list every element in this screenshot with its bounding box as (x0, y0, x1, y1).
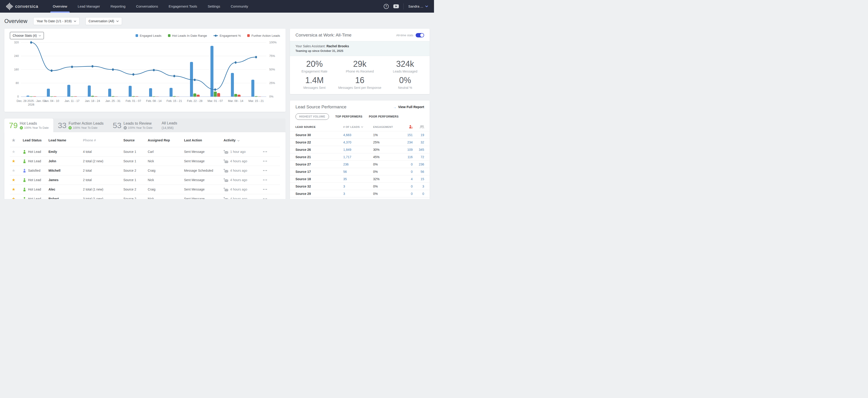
legend-item-engaged-leads[interactable]: Engaged Leads (135, 34, 161, 37)
sent-message-icon (223, 150, 228, 154)
source-hot-count[interactable]: 4 (401, 177, 413, 181)
col-num-of-leads[interactable]: # OF LEADS (343, 126, 373, 128)
source-hot-count[interactable]: 151 (401, 133, 413, 137)
svg-text:Jan. 11 - 17: Jan. 11 - 17 (65, 99, 80, 103)
source-lead-count[interactable]: 3 (343, 185, 373, 188)
source-risk-count[interactable]: 0 (413, 192, 424, 196)
legend-item-engagement[interactable]: Engagement % (213, 34, 241, 37)
source-risk-count[interactable]: 15 (413, 177, 424, 181)
choose-stats-button[interactable]: Choose Stats (4) (10, 32, 44, 39)
source-risk-count[interactable]: 345 (413, 148, 424, 152)
source-hot-count[interactable]: 234 (401, 140, 413, 144)
view-full-report-link[interactable]: → View Full Report (393, 105, 424, 109)
lead-status: Hot Lead (28, 178, 41, 182)
all-time-stats-toggle[interactable] (415, 33, 424, 37)
nav-item-reporting[interactable]: Reporting (105, 0, 131, 12)
assistant-name: Rachel Brooks (327, 44, 349, 48)
source-lead-count[interactable]: 4,370 (343, 140, 373, 144)
row-menu-button[interactable] (263, 161, 278, 162)
row-menu-button[interactable] (263, 198, 278, 199)
nav-item-community[interactable]: Community (225, 0, 253, 12)
source-lead-count[interactable]: 1,849 (343, 148, 373, 152)
help-icon[interactable]: ? (384, 4, 389, 9)
svg-text:Dec. 28 2025 - Jan. 03: Dec. 28 2025 - Jan. 03 (17, 99, 46, 103)
lead-name[interactable]: Mitchell (49, 169, 60, 172)
lead-tab-leads-to-review[interactable]: 53 Leads to Review 100% Year To Date (108, 119, 157, 132)
svg-text:Mar. 01 - 07: Mar. 01 - 07 (208, 99, 223, 103)
person-status-icon (23, 178, 26, 182)
lead-name[interactable]: Emily (49, 150, 57, 154)
lead-source-tab-poor-performers[interactable]: POOR PERFORMERS (369, 115, 398, 118)
star-toggle[interactable]: ★ (12, 168, 16, 173)
svg-text:Feb. 15 - 21: Feb. 15 - 21 (166, 99, 182, 103)
row-menu-button[interactable] (263, 189, 278, 190)
lead-source-tab-top-performers[interactable]: TOP PERFORMERS (335, 115, 363, 118)
lead-tab-further-action-leads[interactable]: 33 Further Action Leads 100% Year To Dat… (53, 119, 108, 132)
lead-name[interactable]: Robert (49, 197, 59, 199)
source-hot-count[interactable]: 109 (401, 148, 413, 152)
star-toggle[interactable]: ★ (12, 159, 16, 163)
lead-name[interactable]: Alec (49, 188, 55, 191)
nav-item-engagement-tools[interactable]: Engagement Tools (163, 0, 203, 12)
source-hot-count[interactable]: 116 (401, 155, 413, 159)
col-activity[interactable]: Activity (222, 132, 261, 147)
nav-item-conversations[interactable]: Conversations (131, 0, 163, 12)
star-toggle[interactable]: ★ (12, 187, 16, 192)
svg-text:75%: 75% (269, 55, 275, 58)
source-lead-count[interactable]: 3 (343, 192, 373, 196)
row-menu-button[interactable] (263, 151, 278, 152)
source-lead-count[interactable]: 56 (343, 170, 373, 173)
source-risk-count[interactable]: 3 (413, 185, 424, 188)
last-action: Sent Message (182, 147, 222, 157)
row-menu-button[interactable] (263, 179, 278, 180)
source-name: Source 26 (296, 148, 343, 152)
lead-tab-hot-leads[interactable]: 79 Hot Leads 100% Year To Date (4, 119, 53, 132)
source-name: Source 30 (296, 133, 343, 137)
star-header-icon: ★ (12, 138, 16, 142)
user-menu[interactable]: Sandra ... (408, 4, 428, 8)
lead-source: Source 2 (122, 166, 146, 175)
source-risk-count[interactable]: 32 (413, 140, 424, 144)
line-marker-icon (213, 34, 218, 37)
lead-phone: 2 total (81, 175, 122, 185)
nav-item-settings[interactable]: Settings (203, 0, 225, 12)
svg-text:Feb. 01 - 07: Feb. 01 - 07 (126, 99, 141, 103)
conversation-filter[interactable]: Conversation (All) (86, 17, 122, 25)
row-menu-button[interactable] (263, 170, 278, 171)
source-hot-count[interactable]: 0 (401, 170, 413, 173)
lead-name[interactable]: James (49, 178, 59, 182)
legend-item-further-action-leads[interactable]: Further Action Leads (247, 34, 280, 37)
arrow-right-icon: → (393, 105, 397, 109)
youtube-icon[interactable] (393, 4, 399, 8)
source-hot-count[interactable]: 0 (401, 185, 413, 188)
lead-tab-all-leads[interactable]: All Leads (14,956) (157, 119, 182, 132)
source-lead-count[interactable]: 4,683 (343, 133, 373, 137)
source-lead-count[interactable]: 35 (343, 177, 373, 181)
nav-item-overview[interactable]: Overview (48, 0, 72, 12)
lead-source-tab-highest-volume[interactable]: HIGHEST VOLUME (296, 113, 329, 120)
source-lead-count[interactable]: 236 (343, 163, 373, 166)
person-status-icon (23, 150, 26, 154)
legend-item-hot-leads-in-date-range[interactable]: Hot Leads In Date Range (168, 34, 207, 37)
source-hot-count[interactable]: 0 (401, 163, 413, 166)
star-toggle[interactable]: ★ (12, 150, 16, 154)
source-risk-count[interactable]: 72 (413, 155, 424, 159)
star-toggle[interactable]: ★ (12, 178, 16, 182)
page-title: Overview (4, 18, 27, 24)
source-name: Source 21 (296, 155, 343, 159)
chart-legend: Engaged LeadsHot Leads In Date RangeEnga… (135, 34, 280, 37)
lead-name[interactable]: John (49, 159, 56, 163)
source-engagement: 1% (373, 133, 401, 137)
lead-status: Hot Lead (28, 188, 41, 191)
star-toggle[interactable]: ★ (12, 197, 16, 199)
source-lead-count[interactable]: 1,717 (343, 155, 373, 159)
source-risk-count[interactable]: 236 (413, 163, 424, 166)
assigned-rep: Craig (146, 185, 182, 194)
date-range-filter[interactable]: Year To Date (1/1 - 3/19) (33, 17, 80, 25)
source-hot-count[interactable]: 0 (401, 192, 413, 196)
source-risk-count[interactable]: 19 (413, 133, 424, 137)
svg-text:Jan. 04 - 10: Jan. 04 - 10 (44, 99, 59, 103)
nav-item-lead-manager[interactable]: Lead Manager (72, 0, 105, 12)
source-risk-count[interactable]: 56 (413, 170, 424, 173)
conversica-logo[interactable]: conversica (6, 2, 38, 10)
